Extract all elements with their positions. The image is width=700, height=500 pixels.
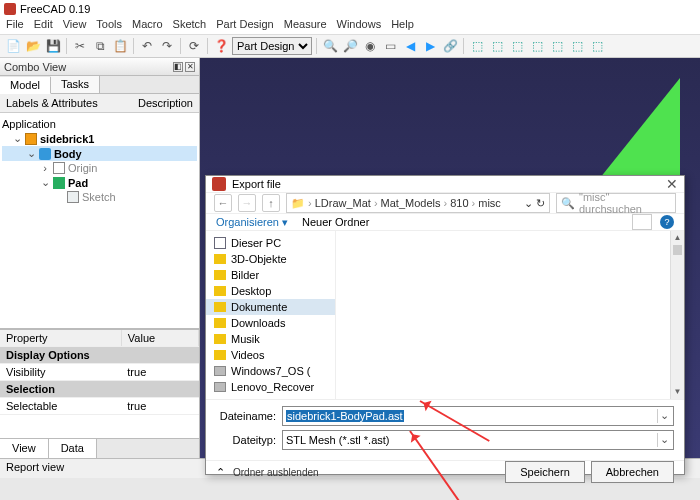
sidebar-item-pictures[interactable]: Bilder [206,267,335,283]
copy-icon[interactable]: ⧉ [91,37,109,55]
panel-float-icon[interactable]: ◧ [173,62,183,72]
property-panel: Property Value Display Options Visibilit… [0,328,199,438]
expand-icon[interactable]: ⌄ [40,176,50,189]
tree-body[interactable]: ⌄ Body [2,146,197,161]
breadcrumb[interactable]: 📁› LDraw_Mat› Mat_Models› 810› misc ⌄ ↻ [286,193,550,213]
menu-measure[interactable]: Measure [284,18,327,34]
scroll-up-icon[interactable]: ▲ [671,231,684,245]
help-icon[interactable]: ? [660,215,674,229]
sidebar-item-drive-recovery[interactable]: Lenovo_Recover [206,379,335,395]
menu-sketch[interactable]: Sketch [173,18,207,34]
menu-partdesign[interactable]: Part Design [216,18,273,34]
sidebar-item-music[interactable]: Musik [206,331,335,347]
search-icon: 🔍 [561,197,575,210]
zoom-sel-icon[interactable]: 🔎 [341,37,359,55]
view-top-icon[interactable]: ⬚ [508,37,526,55]
expand-icon[interactable]: ⌃ [216,466,225,479]
sidebar-item-documents[interactable]: Dokumente [206,299,335,315]
sidebar-item-desktop[interactable]: Desktop [206,283,335,299]
view-options-icon[interactable] [632,214,652,230]
open-icon[interactable]: 📂 [24,37,42,55]
save-icon[interactable]: 💾 [44,37,62,55]
nav-up-icon[interactable]: ↑ [262,194,280,212]
tree-origin[interactable]: › Origin [2,161,197,175]
sidebar-item-videos[interactable]: Videos [206,347,335,363]
tab-view[interactable]: View [0,439,49,458]
toolbar-separator [66,38,67,54]
panel-close-icon[interactable]: ✕ [185,62,195,72]
view-front-icon[interactable]: ⬚ [488,37,506,55]
chevron-down-icon[interactable]: ⌄ [657,433,671,447]
whatsthis-icon[interactable]: ❓ [212,37,230,55]
bbox-icon[interactable]: ▭ [381,37,399,55]
organize-menu[interactable]: Organisieren ▾ [216,216,288,229]
paste-icon[interactable]: 📋 [111,37,129,55]
model-tree[interactable]: Application ⌄ sidebrick1 ⌄ Body › Origin… [0,113,199,328]
view-iso-icon[interactable]: ⬚ [468,37,486,55]
drive-icon [214,382,226,392]
desc-col: Description [138,97,193,109]
sidebar-item-this-pc[interactable]: Dieser PC [206,235,335,251]
filename-input[interactable]: sidebrick1-BodyPad.ast ⌄ [282,406,674,426]
tree-application[interactable]: Application [2,117,197,131]
chevron-down-icon[interactable]: ⌄ [524,197,533,210]
search-input[interactable]: 🔍 "misc" durchsuchen [556,193,676,213]
view-bottom-icon[interactable]: ⬚ [568,37,586,55]
link-icon[interactable]: 🔗 [441,37,459,55]
nav-back-icon[interactable]: ← [214,194,232,212]
menu-help[interactable]: Help [391,18,414,34]
expand-icon[interactable]: ⌄ [26,147,36,160]
nav-forward-icon[interactable]: → [238,194,256,212]
new-folder-button[interactable]: Neuer Ordner [302,216,369,228]
main-toolbar: 📄 📂 💾 ✂ ⧉ 📋 ↶ ↷ ⟳ ❓ Part Design 🔍 🔎 ◉ ▭ … [0,34,700,58]
sidebar-item-3d[interactable]: 3D-Objekte [206,251,335,267]
prop-visibility-value[interactable]: true [121,364,198,381]
folder-icon [214,318,226,328]
view-rear-icon[interactable]: ⬚ [548,37,566,55]
cut-icon[interactable]: ✂ [71,37,89,55]
file-list-area[interactable]: ▲ ▼ [336,231,684,399]
refresh-icon[interactable]: ↻ [536,197,545,210]
app-icon [4,3,16,15]
folder-icon [214,254,226,264]
scroll-thumb[interactable] [673,245,682,255]
tree-document[interactable]: ⌄ sidebrick1 [2,131,197,146]
draw-style-icon[interactable]: ◉ [361,37,379,55]
nav-right-icon[interactable]: ▶ [421,37,439,55]
menu-macro[interactable]: Macro [132,18,163,34]
menu-edit[interactable]: Edit [34,18,53,34]
scroll-down-icon[interactable]: ▼ [671,385,684,399]
sidebar-item-downloads[interactable]: Downloads [206,315,335,331]
nav-left-icon[interactable]: ◀ [401,37,419,55]
new-icon[interactable]: 📄 [4,37,22,55]
tree-pad[interactable]: ⌄ Pad [2,175,197,190]
workbench-select[interactable]: Part Design [232,37,312,55]
dialog-toolbar: Organisieren ▾ Neuer Ordner ? [206,214,684,231]
tab-tasks[interactable]: Tasks [51,76,100,93]
menu-windows[interactable]: Windows [337,18,382,34]
expand-icon[interactable]: ⌄ [12,132,22,145]
scrollbar[interactable]: ▲ ▼ [670,231,684,399]
view-left-icon[interactable]: ⬚ [588,37,606,55]
undo-icon[interactable]: ↶ [138,37,156,55]
cancel-button[interactable]: Abbrechen [591,461,674,483]
tree-sketch[interactable]: Sketch [2,190,197,204]
prop-selectable-value[interactable]: true [121,398,198,415]
view-right-icon[interactable]: ⬚ [528,37,546,55]
zoom-fit-icon[interactable]: 🔍 [321,37,339,55]
menu-tools[interactable]: Tools [96,18,122,34]
folder-sidebar[interactable]: Dieser PC 3D-Objekte Bilder Desktop Doku… [206,231,336,399]
redo-icon[interactable]: ↷ [158,37,176,55]
sidebar-item-drive-c[interactable]: Windows7_OS ( [206,363,335,379]
save-button[interactable]: Speichern [505,461,585,483]
tab-model[interactable]: Model [0,77,51,94]
expand-icon[interactable]: › [40,162,50,174]
refresh-icon[interactable]: ⟳ [185,37,203,55]
prop-selectable: Selectable [0,398,121,415]
tab-data[interactable]: Data [49,439,97,458]
close-icon[interactable]: ✕ [666,176,678,192]
chevron-down-icon[interactable]: ⌄ [657,409,671,423]
menu-file[interactable]: File [6,18,24,34]
menu-view[interactable]: View [63,18,87,34]
hide-folders-link[interactable]: Ordner ausblenden [233,467,319,478]
